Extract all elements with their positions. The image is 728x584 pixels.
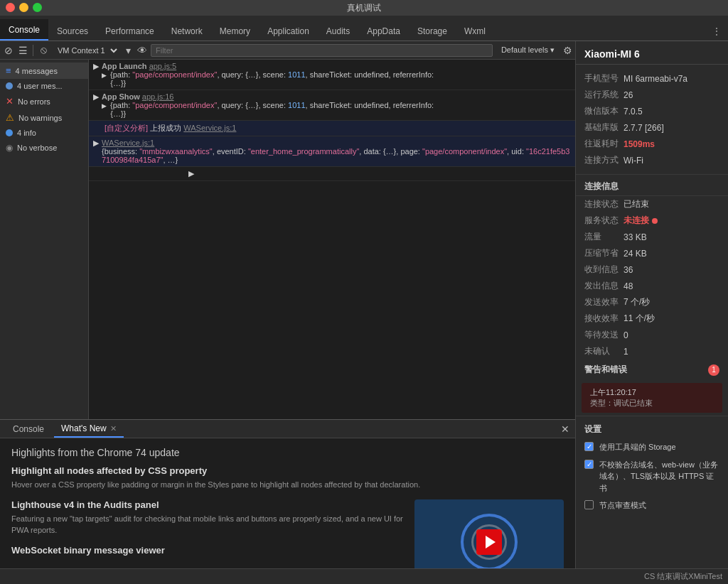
device-model-label: 手机型号 — [584, 72, 623, 85]
alerts-section: 警告和错误 1 上午11:20:17 类型：调试已结束 — [576, 359, 728, 416]
log-content-event: {business: "mmbizwxaanalytics", eventID:… — [102, 147, 569, 164]
settings-icon[interactable]: ⚙ — [563, 45, 572, 56]
alert-item-0: 上午11:20:17 类型：调试已结束 — [582, 383, 722, 413]
close-bottom-panel-button[interactable]: ✕ — [561, 423, 569, 435]
log-entry-expand: ▶ — [89, 167, 575, 181]
tab-memory[interactable]: Memory — [211, 21, 259, 40]
tab-performance[interactable]: Performance — [97, 21, 163, 40]
bottom-tab-whats-new[interactable]: What's New ✕ — [54, 421, 124, 438]
tab-sources[interactable]: Sources — [48, 21, 97, 40]
setting-item-2[interactable]: 节点审查模式 — [576, 497, 728, 514]
log-body-event: WAService.js:1 {business: "mmbizwxaanaly… — [102, 139, 571, 164]
setting-item-0[interactable]: ✓ 使用工具端的 Storage — [576, 438, 728, 456]
connection-info-section: 连接状态 已结束 服务状态 未连接 流量 33 KB 压缩节省 24 KB 收到… — [576, 196, 728, 359]
play-button[interactable] — [476, 529, 502, 555]
expand-icon[interactable]: ▶ — [93, 62, 99, 71]
base-lib-label: 基础库版 — [584, 121, 623, 134]
analysis-prefix: [自定义分析] — [105, 124, 148, 132]
filter-user-messages[interactable]: 4 user mes... — [0, 79, 88, 93]
filter-errors-label: No errors — [18, 97, 82, 106]
recv-rate-value: 11 个/秒 — [623, 313, 655, 325]
errors-icon: ✕ — [6, 96, 14, 107]
recv-msg-row: 收到信息 36 — [576, 261, 728, 278]
alerts-header: 警告和错误 1 — [576, 359, 728, 380]
close-tab-icon[interactable]: ✕ — [110, 424, 117, 433]
all-messages-icon: ≡ — [6, 65, 11, 76]
bottom-content: Highlights from the Chrome 74 update Hig… — [0, 438, 575, 568]
window-controls[interactable] — [6, 3, 42, 12]
expand-icon-show[interactable]: ▶ — [93, 92, 99, 102]
log-source-analysis[interactable]: WAService.js:1 — [183, 124, 236, 132]
tab-storage[interactable]: Storage — [409, 21, 456, 40]
log-source-event[interactable]: WAService.js:1 — [102, 139, 154, 147]
eye-icon[interactable]: 👁 — [136, 45, 148, 56]
filter-all-messages[interactable]: ≡ 4 messages — [0, 63, 88, 79]
expand-more-icon[interactable]: ▶ — [188, 169, 194, 178]
sub-arrow-show[interactable]: ▶ — [102, 102, 107, 109]
setting-label-1: 不校验合法域名、web-view（业务域名）、TLS版本以及 HTTPS 证书 — [599, 459, 719, 494]
checkbox-node-inspect[interactable] — [584, 500, 594, 509]
setting-label-0: 使用工具端的 Storage — [599, 441, 676, 453]
whats-new-heading-0: Highlight all nodes affected by CSS prop… — [11, 465, 564, 476]
service-state-row: 服务状态 未连接 — [576, 212, 728, 229]
connection-type-label: 连接方式 — [584, 154, 623, 166]
main-tabbar: Console Sources Performance Network Memo… — [0, 16, 728, 41]
tab-console[interactable]: Console — [0, 19, 48, 40]
sub-arrow[interactable]: ▶ — [102, 72, 107, 79]
compression-row: 压缩节省 24 KB — [576, 245, 728, 261]
pending-send-label: 等待发送 — [584, 329, 623, 341]
traffic-row: 流量 33 KB — [576, 229, 728, 245]
setting-label-2: 节点审查模式 — [599, 499, 646, 512]
checkbox-domain[interactable]: ✓ — [584, 460, 594, 469]
tab-network[interactable]: Network — [163, 21, 211, 40]
log-source-app-launch[interactable]: app.js:5 — [149, 62, 177, 70]
chevron-down-icon[interactable]: ▾ — [122, 45, 134, 56]
os-label: 运行系统 — [584, 89, 623, 101]
context-selector[interactable]: VM Context 1 — [52, 45, 119, 56]
os-row: 运行系统 26 — [584, 87, 719, 103]
whats-new-item-1: Lighthouse v4 in the Audits panel Featur… — [11, 499, 406, 536]
filter-warnings[interactable]: ⚠ No warnings — [0, 109, 88, 126]
expand-icon-event[interactable]: ▶ — [93, 139, 99, 148]
filter-info[interactable]: 4 info — [0, 126, 88, 140]
tab-wxml[interactable]: Wxml — [456, 21, 494, 40]
filter-input[interactable] — [151, 44, 493, 57]
base-lib-row: 基础库版 2.7.7 [266] — [584, 119, 719, 136]
tab-audits[interactable]: Audits — [318, 21, 358, 40]
filter-icon[interactable]: ☰ — [17, 45, 28, 56]
clear-console-icon[interactable]: ⊘ — [3, 45, 14, 56]
filter-warnings-label: No warnings — [18, 114, 82, 122]
bottom-tab-console[interactable]: Console — [6, 421, 51, 437]
conn-state-label: 连接状态 — [584, 198, 623, 210]
console-content[interactable]: ▶ App Launch app.js:5 ▶ {path: "page/com… — [89, 60, 575, 419]
stop-icon[interactable]: ⦸ — [38, 45, 49, 56]
whats-new-item-0: Highlight all nodes affected by CSS prop… — [11, 465, 564, 491]
wechat-version-value: 7.0.5 — [623, 107, 643, 117]
filter-verbose-label: No verbose — [17, 144, 82, 152]
device-model-row: 手机型号 MI 6armeabi-v7a — [584, 70, 719, 87]
tab-application[interactable]: Application — [259, 21, 318, 40]
log-entry-app-launch: ▶ App Launch app.js:5 ▶ {path: "page/com… — [89, 60, 575, 90]
right-panel: Xiaomi-MI 6 手机型号 MI 6armeabi-v7a 运行系统 26… — [576, 41, 728, 568]
os-value: 26 — [623, 90, 633, 100]
log-source-app-show[interactable]: app.js:16 — [142, 92, 174, 101]
minimize-button[interactable] — [19, 3, 28, 12]
close-button[interactable] — [6, 3, 15, 12]
more-tabs-button[interactable]: ⋮ — [705, 22, 728, 40]
log-body-app-show: App Show app.js:16 ▶ {path: "page/compon… — [102, 92, 571, 118]
info-icon — [6, 129, 13, 136]
video-thumbnail[interactable]: new — [414, 499, 564, 569]
filter-verbose[interactable]: ◉ No verbose — [0, 140, 88, 156]
alerts-badge: 1 — [708, 364, 719, 376]
filter-errors[interactable]: ✕ No errors — [0, 93, 88, 109]
setting-item-1[interactable]: ✓ 不校验合法域名、web-view（业务域名）、TLS版本以及 HTTPS 证… — [576, 456, 728, 497]
pending-send-value: 0 — [623, 330, 628, 340]
base-lib-value: 2.7.7 [266] — [623, 123, 664, 133]
tab-appdata[interactable]: AppData — [358, 21, 409, 40]
checkbox-storage[interactable]: ✓ — [584, 442, 594, 451]
log-title: App Launch — [102, 62, 147, 70]
send-rate-value: 7 个/秒 — [623, 296, 650, 308]
send-msg-value: 48 — [623, 281, 633, 291]
log-levels-button[interactable]: Default levels ▾ — [496, 45, 560, 55]
maximize-button[interactable] — [33, 3, 42, 12]
